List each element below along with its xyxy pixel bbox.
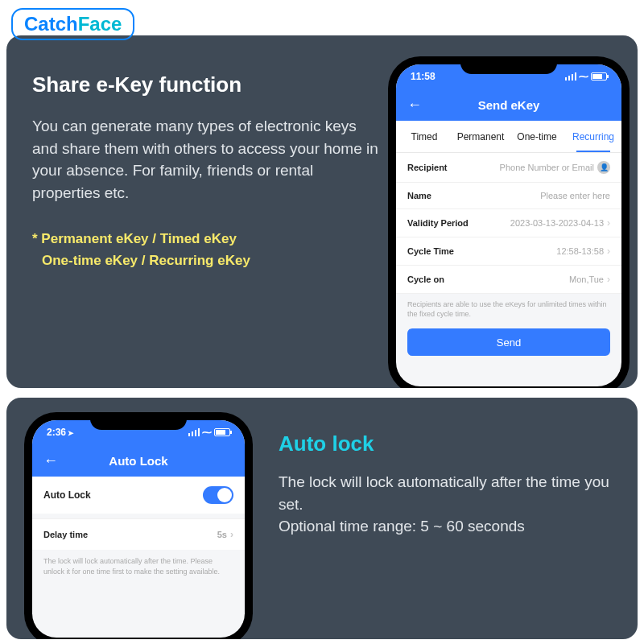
row-validity[interactable]: Validity Period 2023-03-13-2023-04-13 › [396, 209, 621, 237]
auto-lock-toggle[interactable] [203, 486, 233, 504]
phone-screen: 11:58 ⁓ ← Send eKey Timed Permanent One-… [396, 64, 621, 386]
row-auto-lock: Auto Lock [32, 477, 245, 514]
section2-text: Auto lock The lock will lock automatical… [274, 412, 621, 538]
phone-notch [460, 56, 557, 74]
validity-value: 2023-03-13-2023-04-13 › [510, 217, 610, 229]
battery-icon [214, 428, 230, 436]
cycle-time-value: 12:58-13:58 › [556, 246, 610, 257]
status-icons: ⁓ [565, 71, 607, 82]
brand-logo: CatchFace [11, 8, 134, 40]
section2-heading: Auto lock [279, 431, 621, 456]
section2-line1: The lock will lock automatically after t… [279, 471, 621, 515]
phone-notch [90, 412, 187, 430]
recipient-placeholder: Phone Number or Email 👤 [500, 161, 610, 174]
highlight-line2: One-time eKey / Recurring eKey [32, 250, 380, 271]
chevron-right-icon: › [607, 246, 610, 257]
chevron-right-icon: › [607, 217, 610, 229]
status-icons: ⁓ [188, 427, 230, 438]
row-cycle-on[interactable]: Cycle on Mon,Tue › [396, 266, 621, 294]
phone-mockup-ekey: 11:58 ⁓ ← Send eKey Timed Permanent One-… [388, 56, 630, 388]
row-recipient[interactable]: Recipient Phone Number or Email 👤 [396, 153, 621, 183]
section-share-ekey: Share e-Key function You can generate ma… [6, 35, 638, 388]
row-delay-time[interactable]: Delay time 5s › [32, 518, 245, 550]
screen-title: Send eKey [478, 98, 540, 112]
app-header: ← Send eKey [396, 89, 621, 121]
cycle-time-label: Cycle Time [407, 246, 454, 256]
tab-onetime[interactable]: One-time [509, 121, 565, 152]
section1-description: You can generate many types of electroni… [32, 115, 380, 204]
chevron-right-icon: › [607, 274, 610, 285]
row-cycle-time[interactable]: Cycle Time 12:58-13:58 › [396, 237, 621, 266]
row-name[interactable]: Name Please enter here [396, 183, 621, 209]
wifi-icon: ⁓ [202, 427, 212, 438]
delay-value: 5s › [217, 529, 233, 540]
section2-line2: Optional time range: 5 ~ 60 seconds [279, 515, 621, 538]
cycle-on-value: Mon,Tue › [569, 274, 610, 285]
auto-lock-label: Auto Lock [43, 489, 91, 501]
section1-heading: Share e-Key function [32, 72, 380, 97]
back-arrow-icon[interactable]: ← [407, 97, 422, 114]
ekey-note: Recipients are able to use the eKeys for… [396, 294, 621, 325]
cycle-on-label: Cycle on [407, 275, 444, 284]
tab-recurring[interactable]: Recurring [565, 121, 621, 152]
chevron-right-icon: › [230, 529, 233, 540]
battery-icon [591, 72, 607, 80]
section-auto-lock: 2:36 ⁓ ← Auto Lock Auto Lock Delay time … [6, 398, 638, 639]
contact-icon[interactable]: 👤 [597, 161, 610, 174]
phone-mockup-autolock: 2:36 ⁓ ← Auto Lock Auto Lock Delay time … [24, 412, 253, 639]
app-header: ← Auto Lock [32, 444, 245, 477]
brand-part2: Face [78, 13, 122, 35]
wifi-icon: ⁓ [579, 71, 588, 82]
brand-part1: Catch [24, 13, 78, 35]
tab-timed[interactable]: Timed [396, 121, 452, 152]
highlight-line1: * Permanent eKey / Timed eKey [32, 228, 380, 250]
section1-highlight: * Permanent eKey / Timed eKey One-time e… [32, 228, 380, 271]
phone-screen: 2:36 ⁓ ← Auto Lock Auto Lock Delay time … [32, 420, 245, 638]
name-placeholder: Please enter here [540, 191, 610, 200]
back-arrow-icon[interactable]: ← [43, 452, 58, 469]
ekey-tabs: Timed Permanent One-time Recurring [396, 121, 621, 153]
signal-icon [565, 72, 576, 80]
section1-text: Share e-Key function You can generate ma… [32, 60, 380, 272]
autolock-note: The lock will lock automatically after t… [32, 550, 245, 583]
recipient-label: Recipient [407, 163, 448, 172]
name-label: Name [407, 191, 431, 200]
signal-icon [188, 428, 200, 436]
validity-label: Validity Period [407, 218, 469, 228]
status-time: 11:58 [411, 71, 436, 82]
location-icon [66, 427, 74, 438]
screen-title: Auto Lock [109, 454, 167, 468]
delay-label: Delay time [43, 530, 88, 539]
status-time: 2:36 [47, 427, 74, 438]
send-button[interactable]: Send [407, 328, 610, 356]
tab-permanent[interactable]: Permanent [452, 121, 509, 152]
